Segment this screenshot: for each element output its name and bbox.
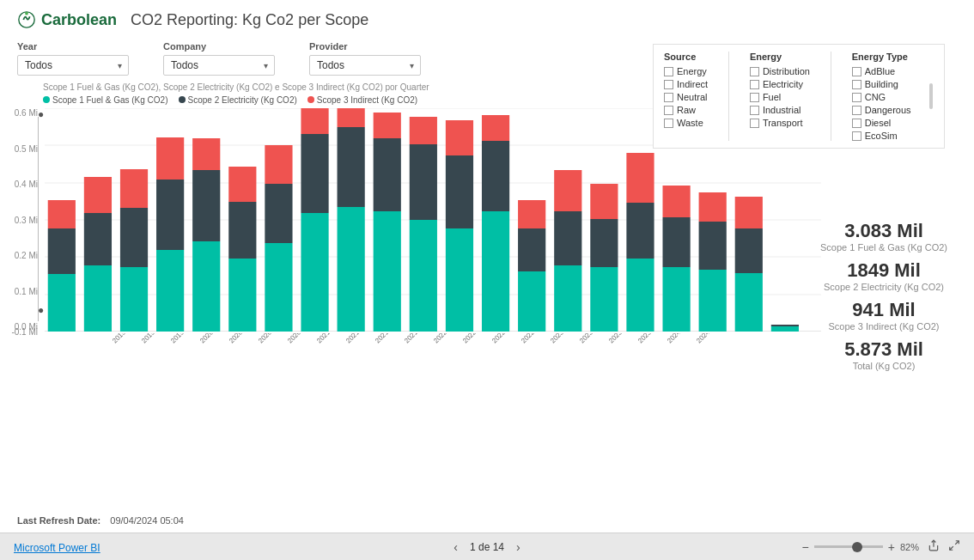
legend-item-dangerous[interactable]: Dangerous [852, 105, 911, 115]
svg-rect-24 [228, 259, 256, 332]
svg-rect-45 [482, 211, 509, 332]
zoom-slider[interactable] [814, 545, 883, 548]
svg-rect-15 [120, 267, 148, 332]
stat-scope3-label: Scope 3 Indirect (Kg CO2) [802, 321, 965, 332]
share-icon[interactable] [928, 539, 940, 554]
powerbi-link[interactable]: Microsoft Power BI [14, 542, 100, 554]
svg-rect-39 [410, 220, 437, 332]
svg-rect-19 [156, 180, 184, 250]
svg-rect-48 [518, 271, 545, 332]
provider-label: Provider [309, 41, 421, 52]
svg-text:2020-Q2: 2020-Q2 [228, 333, 253, 344]
svg-rect-59 [626, 153, 654, 203]
company-filter: Company Todos [163, 41, 275, 76]
svg-rect-13 [84, 213, 112, 265]
y-label-neg: -0.1 Mi [9, 327, 41, 337]
legend-item-adblue[interactable]: AdBlue [852, 66, 911, 76]
svg-rect-43 [446, 155, 473, 228]
legend-item-fuel[interactable]: Fuel [750, 92, 810, 102]
zoom-minus[interactable]: − [802, 540, 809, 554]
legend-item-transport[interactable]: Transport [750, 118, 810, 128]
nav-prev-button[interactable]: ‹ [450, 540, 461, 554]
svg-rect-40 [410, 144, 437, 220]
svg-rect-36 [374, 211, 401, 332]
legend-item-waste[interactable]: Waste [664, 118, 708, 128]
svg-rect-50 [518, 200, 545, 228]
svg-rect-38 [374, 113, 401, 138]
svg-text:2019-Q3: 2019-Q3 [140, 333, 165, 344]
svg-text:2019-Q4: 2019-Q4 [169, 333, 194, 344]
svg-text:2020-Q1: 2020-Q1 [198, 333, 223, 344]
stat-total: 5.873 Mil Total (Kg CO2) [802, 338, 965, 371]
svg-rect-32 [301, 108, 328, 134]
logo-area: Carbolean [17, 10, 117, 29]
refresh-area: Last Refresh Date: 09/04/2024 05:04 [0, 508, 974, 533]
stat-total-label: Total (Kg CO2) [802, 361, 965, 371]
svg-rect-44 [446, 120, 473, 155]
svg-rect-31 [301, 134, 328, 213]
legend-s2: Scope 2 Electricity (Kg CO2) [179, 95, 297, 105]
svg-text:2023-Q2: 2023-Q2 [578, 333, 603, 344]
legend-item[interactable]: Energy [664, 66, 708, 76]
legend-item-distribution[interactable]: Distribution [750, 66, 810, 76]
legend-item-cng[interactable]: CNG [852, 92, 911, 102]
svg-rect-70 [771, 325, 799, 326]
svg-rect-56 [590, 184, 618, 219]
fullscreen-icon[interactable] [948, 539, 960, 554]
stat-scope1: 3.083 Mil Scope 1 Fuel & Gas (Kg CO2) [802, 220, 965, 253]
refresh-label: Last Refresh Date: [17, 515, 100, 526]
zoom-bar: − + 82% [802, 540, 919, 554]
zoom-thumb[interactable] [852, 542, 862, 552]
svg-rect-9 [48, 274, 76, 332]
year-select[interactable]: Todos [17, 55, 129, 76]
svg-line-93 [955, 541, 959, 545]
legend-item-raw[interactable]: Raw [664, 105, 708, 115]
legend-item-building[interactable]: Building [852, 79, 911, 89]
svg-rect-62 [662, 186, 690, 217]
svg-rect-37 [374, 138, 401, 211]
stat-scope2-value: 1849 Mil [802, 259, 965, 282]
refresh-date: 09/04/2024 05:04 [110, 515, 184, 526]
legend-item-ecosim[interactable]: EcoSim [852, 131, 911, 141]
svg-text:2021-Q1: 2021-Q1 [315, 333, 340, 344]
svg-line-94 [950, 546, 953, 550]
svg-rect-11 [48, 200, 76, 228]
legend-item-neutral[interactable]: Neutral [664, 92, 708, 102]
svg-rect-47 [482, 115, 509, 141]
provider-filter: Provider Todos [309, 41, 421, 76]
svg-text:2023-Q1: 2023-Q1 [549, 333, 574, 344]
svg-rect-49 [518, 228, 545, 271]
provider-select[interactable]: Todos [309, 55, 421, 76]
y-axis-marker-bottom: ● [38, 304, 44, 316]
carbolean-logo-icon [17, 10, 36, 29]
y-axis-line [38, 117, 39, 321]
zoom-plus[interactable]: + [888, 540, 895, 554]
svg-text:2022-Q4: 2022-Q4 [520, 333, 545, 344]
svg-rect-29 [265, 145, 292, 184]
nav-next-button[interactable]: › [513, 540, 524, 554]
svg-rect-20 [156, 137, 184, 180]
legend-item-industrial[interactable]: Industrial [750, 105, 810, 115]
stat-scope3-value: 941 Mil [802, 299, 965, 321]
company-select[interactable]: Todos [163, 55, 275, 76]
legend-item-electricity[interactable]: Electricity [750, 79, 810, 89]
stat-scope2-label: Scope 2 Electricity (Kg CO2) [802, 282, 965, 292]
svg-rect-14 [84, 177, 112, 213]
svg-rect-27 [265, 243, 292, 332]
svg-rect-69 [771, 326, 799, 332]
svg-rect-17 [120, 169, 148, 208]
svg-rect-54 [590, 267, 618, 332]
year-filter: Year Todos [17, 41, 129, 76]
legend-item-diesel[interactable]: Diesel [852, 118, 911, 128]
legend-panel: Source Energy Indirect Neutral Raw Waste… [653, 44, 945, 149]
y-axis-marker-top: ● [38, 108, 44, 120]
energy-title: Energy [750, 52, 810, 62]
stat-scope3: 941 Mil Scope 3 Indirect (Kg CO2) [802, 299, 965, 332]
svg-rect-34 [338, 127, 365, 207]
legend-item-indirect[interactable]: Indirect [664, 79, 708, 89]
svg-rect-30 [301, 213, 328, 332]
svg-rect-42 [446, 228, 473, 332]
svg-text:2021-Q2: 2021-Q2 [344, 333, 369, 344]
page-title: CO2 Reporting: Kg Co2 per Scope [131, 11, 368, 29]
svg-text:2023-Q4: 2023-Q4 [636, 333, 661, 344]
